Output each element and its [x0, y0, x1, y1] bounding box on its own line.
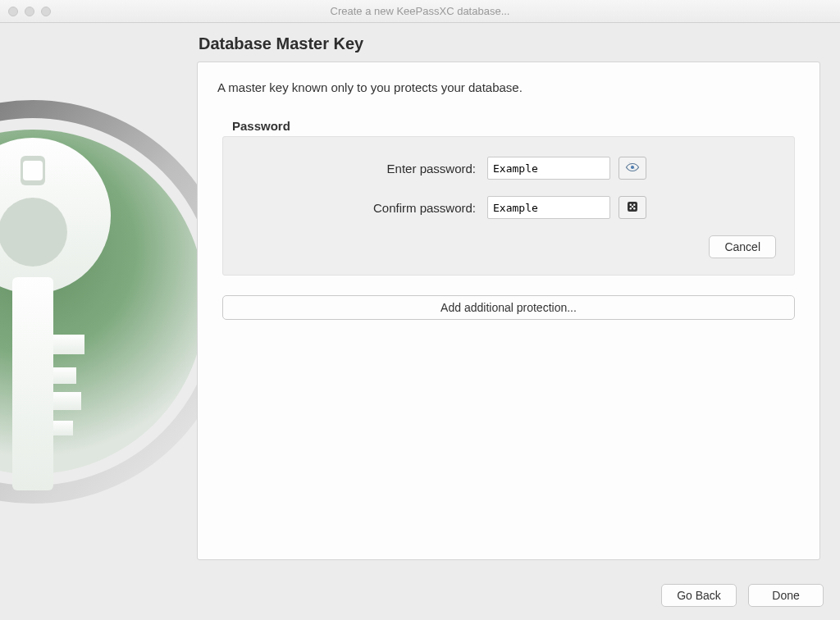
svg-rect-7	[53, 335, 84, 354]
svg-point-2	[0, 138, 111, 294]
window-title: Create a new KeePassXC database...	[0, 5, 840, 17]
svg-rect-3	[21, 156, 45, 185]
svg-rect-4	[23, 161, 43, 180]
master-key-panel: A master key known only to you protects …	[197, 62, 820, 560]
cancel-button[interactable]: Cancel	[709, 235, 776, 258]
close-window-button[interactable]	[8, 7, 18, 16]
svg-rect-6	[12, 277, 53, 490]
svg-rect-10	[53, 421, 73, 435]
confirm-password-input[interactable]	[487, 196, 610, 219]
svg-point-5	[0, 198, 67, 267]
svg-rect-9	[53, 392, 81, 410]
svg-point-0	[0, 109, 205, 495]
done-button[interactable]: Done	[748, 584, 824, 607]
dice-icon	[625, 199, 640, 217]
confirm-password-label: Confirm password:	[241, 201, 487, 215]
confirm-password-row: Confirm password:	[241, 196, 776, 219]
svg-point-17	[632, 205, 633, 207]
key-illustration	[0, 97, 205, 556]
page-title: Database Master Key	[199, 34, 820, 53]
svg-point-13	[630, 203, 632, 205]
enter-password-row: Enter password:	[241, 157, 776, 180]
window-titlebar: Create a new KeePassXC database...	[0, 0, 840, 23]
eye-icon	[625, 160, 640, 177]
go-back-button[interactable]: Go Back	[661, 584, 737, 607]
svg-point-16	[633, 207, 635, 209]
password-group-label: Password	[232, 119, 800, 133]
generate-password-button[interactable]	[619, 196, 646, 219]
toggle-password-visibility-button[interactable]	[619, 157, 646, 180]
svg-point-1	[0, 130, 205, 474]
svg-rect-8	[53, 367, 76, 384]
intro-text: A master key known only to you protects …	[217, 80, 800, 94]
minimize-window-button[interactable]	[25, 7, 34, 16]
svg-point-15	[630, 207, 632, 209]
password-block: Enter password: Confirm passwor	[222, 136, 795, 276]
enter-password-label: Enter password:	[241, 162, 487, 176]
zoom-window-button[interactable]	[41, 7, 51, 16]
add-additional-protection-button[interactable]: Add additional protection...	[222, 295, 795, 320]
svg-point-14	[633, 203, 635, 205]
enter-password-input[interactable]	[487, 157, 610, 180]
window-controls	[8, 7, 51, 16]
wizard-footer: Go Back Done	[661, 584, 824, 607]
